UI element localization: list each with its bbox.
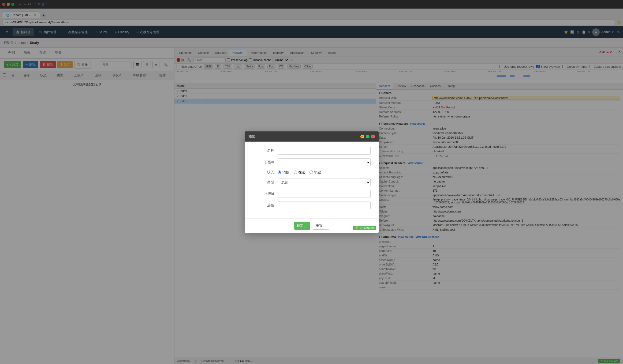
modal-overlay[interactable]: 添加 — □ ✕ 名称 班级id 状态 清假: [0, 0, 623, 364]
perf-icon-modal: ⚡: [355, 226, 359, 230]
form-group-type: 类型 老师: [253, 179, 371, 186]
form-group-name: 名称: [253, 147, 371, 155]
name-label: 名称: [253, 148, 274, 153]
name-input[interactable]: [278, 147, 371, 155]
form-group-level: 层级: [253, 202, 371, 209]
type-label: 类型: [253, 180, 274, 185]
type-select[interactable]: 老师: [278, 179, 371, 186]
status-radio-reading[interactable]: 在读: [294, 170, 305, 175]
form-group-status: 状态 清假 在读 毕业: [253, 170, 371, 175]
status-radio-group: 清假 在读 毕业: [278, 170, 371, 175]
modal-header: 添加 — □ ✕: [245, 131, 379, 142]
perf-badge-modal: ⚡ 0.165026s: [353, 226, 376, 230]
modal-body: 名称 班级id 状态 清假 在读: [245, 142, 379, 218]
form-group-parent-id: 上级id: [253, 190, 371, 198]
radio-reading[interactable]: [294, 170, 297, 174]
modal-maximize-btn[interactable]: □: [366, 135, 370, 138]
modal-window-controls: — □ ✕: [360, 135, 375, 138]
modal-perf-badge: ⚡ 0.165026s: [353, 226, 376, 230]
class-id-select[interactable]: [278, 158, 371, 166]
reset-button[interactable]: 重置: [313, 222, 329, 230]
status-radio-graduated[interactable]: 毕业: [309, 170, 321, 175]
form-group-class-id: 班级id: [253, 158, 371, 166]
status-radio-leave[interactable]: 清假: [278, 170, 289, 175]
radio-graduated[interactable]: [309, 170, 313, 174]
level-input[interactable]: [278, 202, 371, 209]
add-modal: 添加 — □ ✕ 名称 班级id 状态 清假: [245, 131, 379, 233]
parent-id-label: 上级id: [253, 191, 274, 196]
status-label: 状态: [253, 170, 274, 175]
level-label: 层级: [253, 203, 274, 208]
modal-close-btn[interactable]: ✕: [371, 135, 375, 138]
parent-id-input[interactable]: [278, 190, 371, 198]
class-id-label: 班级id: [253, 160, 274, 165]
modal-minimize-btn[interactable]: —: [360, 135, 364, 138]
confirm-button[interactable]: 确定: [294, 222, 310, 230]
radio-leave[interactable]: [278, 170, 281, 174]
